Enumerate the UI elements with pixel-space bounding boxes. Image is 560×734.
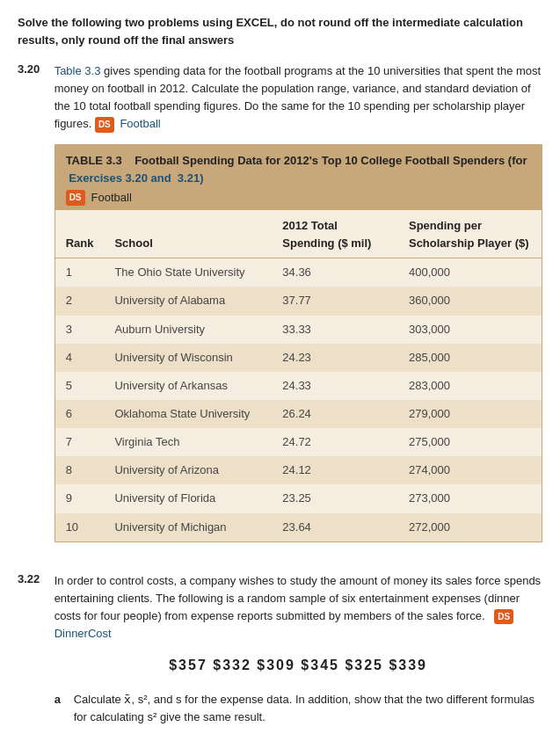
table-row: 1 The Ohio State University 34.36 400,00…	[55, 258, 542, 287]
intro-text: Solve the following two problems using E…	[18, 14, 542, 48]
cell-school: University of Alabama	[104, 287, 272, 315]
table-row: 4 University of Wisconsin 24.23 285,000	[55, 344, 542, 372]
problem-322-number: 3.22	[18, 572, 51, 585]
football-link-320[interactable]: Football	[120, 117, 160, 130]
table-label: TABLE 3.3	[66, 154, 122, 167]
problem-320-block: 3.20 Table 3.3 gives spending data for t…	[18, 62, 542, 556]
table-row: 2 University of Alabama 37.77 360,000	[55, 287, 542, 315]
cell-rank: 9	[55, 484, 105, 512]
problem-322-content: In order to control costs, a company wis…	[55, 572, 542, 734]
table-row: 5 University of Arkansas 24.33 283,000	[55, 372, 542, 400]
cell-scholar: 285,000	[398, 344, 542, 372]
table-row: 6 Oklahoma State University 26.24 279,00…	[55, 400, 542, 428]
expense-amounts: $357 $332 $309 $345 $325 $339	[55, 655, 542, 677]
col-rank-header: Rank	[55, 210, 105, 258]
cell-school: University of Florida	[104, 484, 272, 512]
cell-rank: 7	[55, 428, 105, 456]
table-subtitle: DS Football	[66, 189, 132, 207]
cell-rank: 1	[55, 258, 105, 287]
table-link[interactable]: Table 3.3	[55, 64, 101, 77]
problem-322-intro: In order to control costs, a company wis…	[55, 574, 542, 622]
cell-scholar: 303,000	[398, 316, 542, 344]
problem-322-block: 3.22 In order to control costs, a compan…	[18, 572, 542, 734]
table-header-row: Rank School 2012 TotalSpending ($ mil) S…	[55, 210, 542, 258]
table-row: 3 Auburn University 33.33 303,000	[55, 316, 542, 344]
cell-school: Oklahoma State University	[104, 400, 272, 428]
cell-rank: 6	[55, 400, 105, 428]
dinnercost-link[interactable]: DinnerCost	[55, 627, 112, 640]
cell-spending: 24.12	[272, 456, 398, 484]
cell-spending: 26.24	[272, 400, 398, 428]
table-row: 8 University of Arizona 24.12 274,000	[55, 456, 542, 484]
cell-school: The Ohio State University	[104, 258, 272, 287]
cell-scholar: 283,000	[398, 372, 542, 400]
exercise321-link[interactable]: 3.21)	[178, 171, 204, 185]
cell-rank: 4	[55, 344, 105, 372]
sub-text: Calculate x̄, s², and s for the expense …	[74, 691, 542, 725]
cell-scholar: 275,000	[398, 428, 542, 456]
problem-320-number: 3.20	[18, 62, 51, 76]
ds-badge-320: DS	[95, 117, 114, 133]
problem-320-content: Table 3.3 gives spending data for the fo…	[55, 62, 542, 556]
sub-label: a	[55, 691, 70, 725]
table-body: 1 The Ohio State University 34.36 400,00…	[55, 258, 542, 541]
cell-school: University of Arizona	[104, 456, 272, 484]
cell-spending: 24.23	[272, 344, 398, 372]
table-ds-text: Football	[91, 189, 132, 207]
cell-school: Virginia Tech	[104, 428, 272, 456]
table-header: TABLE 3.3 Football Spending Data for 201…	[55, 145, 542, 210]
cell-spending: 23.25	[272, 484, 398, 512]
cell-scholar: 274,000	[398, 456, 542, 484]
col-spending-header: 2012 TotalSpending ($ mil)	[272, 210, 398, 258]
cell-scholar: 400,000	[398, 258, 542, 287]
cell-scholar: 272,000	[398, 513, 542, 541]
cell-rank: 3	[55, 316, 105, 344]
cell-scholar: 279,000	[398, 400, 542, 428]
football-spending-table: Rank School 2012 TotalSpending ($ mil) S…	[55, 210, 542, 541]
cell-spending: 23.64	[272, 513, 398, 541]
cell-rank: 2	[55, 287, 105, 315]
table-row: 7 Virginia Tech 24.72 275,000	[55, 428, 542, 456]
cell-school: University of Michigan	[104, 513, 272, 541]
cell-scholar: 273,000	[398, 484, 542, 512]
table-row: 10 University of Michigan 23.64 272,000	[55, 513, 542, 541]
table-title: TABLE 3.3 Football Spending Data for 201…	[66, 152, 531, 187]
cell-scholar: 360,000	[398, 287, 542, 315]
cell-spending: 24.33	[272, 372, 398, 400]
col-school-header: School	[104, 210, 272, 258]
ds-badge-322: DS	[494, 609, 513, 625]
cell-spending: 24.72	[272, 428, 398, 456]
cell-rank: 5	[55, 372, 105, 400]
table-row: 9 University of Florida 23.25 273,000	[55, 484, 542, 512]
table-title-text: Football Spending Data for 2012's Top 10…	[135, 154, 527, 167]
sub-item: a Calculate x̄, s², and s for the expens…	[55, 691, 542, 725]
cell-rank: 10	[55, 513, 105, 541]
problem-320-table-ref: Table 3.3 gives spending data for the fo…	[55, 64, 542, 130]
sub-items: a Calculate x̄, s², and s for the expens…	[55, 691, 542, 734]
exercises-link[interactable]: Exercises 3.20 and	[69, 171, 171, 185]
col-scholar-header: Spending perScholarship Player ($)	[398, 210, 542, 258]
ds-badge-table: DS	[66, 190, 85, 206]
cell-rank: 8	[55, 456, 105, 484]
cell-spending: 37.77	[272, 287, 398, 315]
cell-school: University of Arkansas	[104, 372, 272, 400]
table-3-3-wrapper: TABLE 3.3 Football Spending Data for 201…	[55, 144, 542, 542]
cell-spending: 34.36	[272, 258, 398, 287]
cell-school: University of Wisconsin	[104, 344, 272, 372]
cell-school: Auburn University	[104, 316, 272, 344]
cell-spending: 33.33	[272, 316, 398, 344]
